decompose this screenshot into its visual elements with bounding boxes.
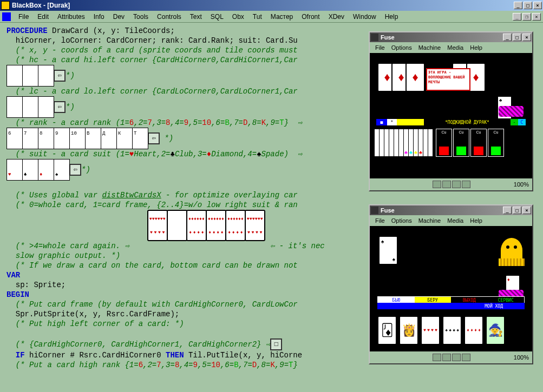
menu-sql[interactable]: SQL — [206, 12, 228, 22]
close-button[interactable]: × — [533, 2, 542, 9]
comment-hc: (* hc - a card hi.left corner {CardHiCor… — [6, 56, 298, 64]
menu-window[interactable]: Window — [349, 12, 381, 22]
arrow-icon: ⇦ — [148, 132, 160, 144]
turn-label: МОЙ ХОД — [485, 304, 503, 309]
fuse2-menu-media[interactable]: Media — [444, 217, 467, 224]
menu-xdev[interactable]: XDev — [324, 12, 349, 22]
spade-icon: ♠ — [257, 150, 261, 158]
fuse2-action-menu: БЬЮ БЕРУ ВЫХОД СЕРВИС — [377, 296, 525, 303]
menu-tut[interactable]: Tut — [248, 12, 266, 22]
fuse2-menu-machine[interactable]: Machine — [415, 217, 444, 224]
fuse1-banner: ЭТА ИГРА - ВОПЛОЩЕНИЕ ВАШЕЙ МЕЧТЫ — [426, 68, 470, 91]
mdi-minimize-button[interactable]: _ — [513, 13, 521, 21]
var-sp: sp: Sprite; — [6, 281, 66, 289]
game-name: *ПОДКИДНОЙ ДУРАК* — [424, 119, 511, 125]
fuse1-minimize-button[interactable]: _ — [503, 34, 512, 41]
fuse1-menu-machine[interactable]: Machine — [415, 44, 444, 51]
fuse1-close-button[interactable]: × — [522, 34, 531, 41]
fuse2-maximize-button[interactable]: □ — [513, 207, 521, 214]
menu-info[interactable]: Info — [89, 12, 109, 22]
minimize-button[interactable]: _ — [514, 2, 522, 9]
fuse2-menu-file[interactable]: File — [372, 217, 388, 224]
card-queen[interactable]: 👸 — [399, 316, 418, 345]
player-card-cu: Cu — [470, 129, 487, 157]
card-strip-corners-hi — [6, 65, 54, 87]
diamond-icon: ♦ — [207, 150, 211, 158]
keyword-if: IF — [6, 351, 25, 360]
keyword-begin: BEGIN — [6, 290, 29, 299]
card-strip-suits: ♥♣♦♠ — [6, 159, 69, 181]
menu-edit[interactable]: Edit — [33, 12, 53, 22]
menu-tools[interactable]: Tools — [129, 12, 153, 22]
casette-icon — [462, 354, 470, 361]
comment-lc: (* lc - a card lo.left corner {CardLoCor… — [6, 87, 298, 96]
rank-9: 9 — [184, 118, 188, 127]
fuse-window-2[interactable]: Fuse _ □ × File Options Machine Media He… — [369, 204, 533, 364]
window-title: BlackBox - [Durak] — [12, 2, 514, 9]
rank-k: K — [261, 118, 266, 127]
fuse2-menu-help[interactable]: Help — [467, 217, 486, 224]
menu-ofront[interactable]: Ofront — [297, 12, 324, 22]
card-hearts[interactable]: ♥♥♥♥ — [421, 316, 440, 345]
fuse2-minimize-button[interactable]: _ — [503, 207, 512, 214]
fuse2-menu-options[interactable]: Options — [388, 217, 415, 224]
comment-0whole: (* 0=whole card, 1=card frame, {2..4}=w/… — [6, 201, 298, 209]
maximize-button[interactable]: □ — [524, 2, 532, 9]
comment-rank: (* rank - a card rank (1= — [6, 118, 129, 127]
mouse-icon — [452, 181, 461, 188]
disk-icon — [442, 354, 451, 361]
comment-uses: (* Uses global var — [6, 191, 102, 200]
fuse1-titlebar[interactable]: Fuse _ □ × — [370, 32, 532, 42]
comment-putrank: (* Put a card high rank {1= — [6, 361, 139, 369]
comment-puthl: (* Put high left corner of a card: *) — [6, 320, 184, 328]
card-strip-full: ♥♥♥♥♥♥♥♥♥♥♦♦♦♦♦♦♦♦♦♦♦♦♦♦♦♦♦♦♦♦♦♦♦♦♦♦♦♦♦♦… — [147, 210, 264, 241]
fuse1-title: Fuse — [381, 34, 503, 41]
fuse2-title: Fuse — [381, 207, 503, 214]
main-titlebar: BlackBox - [Durak] _ □ × — [0, 0, 543, 11]
card-diamonds[interactable]: ♦♦♦♦ — [464, 316, 483, 345]
tape-icon — [433, 354, 441, 361]
fuse2-close-button[interactable]: × — [522, 207, 531, 214]
comment-gt4: (* >4=whole card again. ⇨ — [6, 242, 129, 250]
comment-xy: (* x, y - coords of a card (sprite coord… — [6, 46, 298, 55]
menu-controls[interactable]: Controls — [153, 12, 186, 22]
tape-icon — [433, 181, 441, 188]
fuse-icon — [371, 207, 378, 214]
mouse-icon — [452, 354, 461, 361]
fuse1-menu-help[interactable]: Help — [467, 44, 486, 51]
comment-suit: (* suit - a card suit (1= — [6, 150, 129, 158]
card-jack[interactable]: 🃋 — [377, 316, 397, 345]
mdi-restore-button[interactable]: ❐ — [522, 13, 531, 21]
fuse2-statusbar: 100% — [370, 351, 532, 363]
fuse1-menu-options[interactable]: Options — [388, 44, 415, 51]
card-king[interactable]: 🧙 — [486, 316, 505, 345]
fuse2-turn-indicator: МОЙ ХОД — [377, 303, 525, 309]
app-icon — [1, 1, 10, 10]
rank-6: 6 — [129, 118, 134, 127]
card-spades[interactable]: ♠♠♠♠ — [442, 316, 462, 345]
menu-text[interactable]: Text — [186, 12, 206, 22]
deck-pile — [499, 106, 524, 117]
mdi-icon[interactable] — [2, 12, 11, 21]
menu-obx[interactable]: Obx — [228, 12, 248, 22]
fuse1-menu-file[interactable]: File — [372, 44, 388, 51]
keyword-procedure: PROCEDURE — [6, 26, 48, 35]
fuse-window-1[interactable]: Fuse _ □ × File Options Machine Media He… — [369, 31, 533, 191]
menu-help[interactable]: Help — [381, 12, 403, 22]
rank-10: 10 — [202, 118, 211, 127]
fuse1-status: ■ * *ПОДКИДНОЙ ДУРАК* - С — [376, 119, 526, 125]
casette-icon — [462, 181, 470, 188]
menu-master[interactable]: Мастер — [266, 12, 298, 22]
fuse1-maximize-button[interactable]: □ — [513, 34, 521, 41]
window-buttons: _ □ × — [514, 2, 542, 9]
rank-8: 8 — [166, 118, 170, 127]
comment-chc: (* {CardHighCorner0, CardHighCorner1, Ca… — [6, 340, 266, 349]
mdi-close-button[interactable]: × — [532, 13, 541, 21]
fuse2-titlebar[interactable]: Fuse _ □ × — [370, 205, 532, 215]
menu-file[interactable]: File — [14, 12, 33, 22]
menu-dev[interactable]: Dev — [109, 12, 129, 22]
fuse1-menu-media[interactable]: Media — [444, 44, 467, 51]
menu-attributes[interactable]: Attributes — [53, 12, 89, 22]
arrow-icon: ⇦ — [69, 164, 81, 176]
fuse1-hand: ♣ ♣ ♣ ♣ ♣ ♣ Cu Cu Cu Cu — [374, 129, 505, 157]
